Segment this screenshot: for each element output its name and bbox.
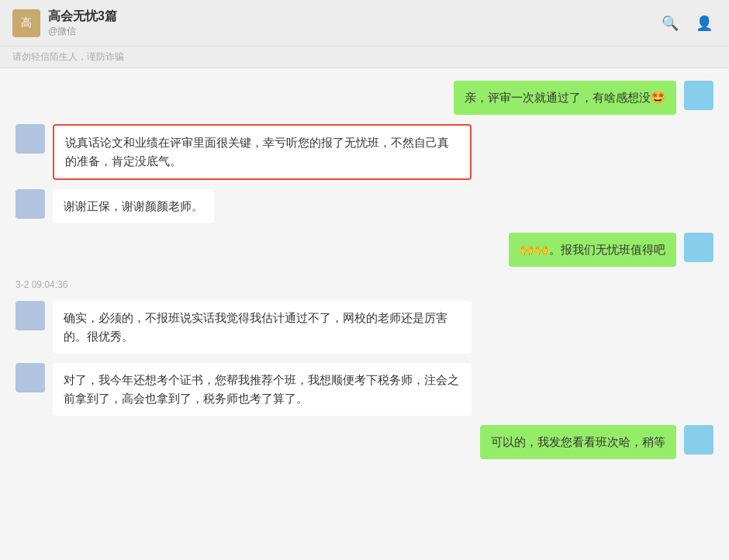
message-row: 说真话论文和业绩在评审里面很关键，幸亏听您的报了无忧班，不然自己真的准备，肯定没… [16, 124, 713, 180]
message-row: 亲，评审一次就通过了，有啥感想没🤩 [16, 81, 713, 115]
message-row: 🙌🙌。报我们无忧班值得吧 [16, 233, 713, 267]
contacts-icon[interactable]: 👤 [692, 11, 717, 36]
message-bubble: 可以的，我发您看看班次哈，稍等 [480, 425, 676, 459]
message-row: 谢谢正保，谢谢颜颜老师。 [16, 189, 713, 223]
avatar [16, 124, 45, 154]
message-bubble-highlighted: 说真话论文和业绩在评审里面很关键，幸亏听您的报了无忧班，不然自己真的准备，肯定没… [53, 124, 472, 180]
message-text: 可以的，我发您看看班次哈，稍等 [491, 435, 665, 448]
avatar [16, 301, 45, 330]
message-text: 确实，必须的，不报班说实话我觉得我估计通过不了，网校的老师还是厉害的。很优秀。 [64, 311, 447, 343]
avatar [684, 425, 713, 455]
avatar [16, 189, 45, 219]
chat-title: 高会无忧3篇 [48, 9, 117, 25]
message-bubble: 亲，评审一次就通过了，有啥感想没🤩 [454, 81, 676, 115]
avatar [684, 233, 713, 262]
chat-area[interactable]: 亲，评审一次就通过了，有啥感想没🤩 说真话论文和业绩在评审里面很关键，幸亏听您的… [0, 68, 729, 560]
header-icons: 🔍 👤 [658, 11, 717, 36]
message-row: 可以的，我发您看看班次哈，稍等 [16, 425, 713, 459]
message-text: 亲，评审一次就通过了，有啥感想没🤩 [465, 91, 665, 104]
message-bubble: 🙌🙌。报我们无忧班值得吧 [509, 233, 676, 267]
header-title-area: 高会无忧3篇 @微信 [48, 9, 117, 38]
message-text: 谢谢正保，谢谢颜颜老师。 [64, 199, 203, 213]
chat-header: 高 高会无忧3篇 @微信 🔍 👤 [0, 0, 729, 47]
timestamp: 3-2 09:04:36 [16, 279, 713, 290]
search-icon[interactable]: 🔍 [658, 11, 682, 36]
message-row: 确实，必须的，不报班说实话我觉得我估计通过不了，网校的老师还是厉害的。很优秀。 [16, 301, 713, 354]
avatar [684, 81, 713, 110]
chat-subtitle: @微信 [48, 25, 117, 38]
message-bubble: 确实，必须的，不报班说实话我觉得我估计通过不了，网校的老师还是厉害的。很优秀。 [53, 301, 472, 354]
avatar [16, 363, 45, 392]
message-row: 对了，我今年还想考个证书，您帮我推荐个班，我想顺便考下税务师，注会之前拿到了，高… [16, 363, 713, 416]
message-text: 说真话论文和业绩在评审里面很关键，幸亏听您的报了无忧班，不然自己真的准备，肯定没… [65, 136, 449, 168]
sub-header: 请勿轻信陌生人，谨防诈骗 [0, 47, 729, 68]
header-avatar: 高 [12, 9, 40, 37]
message-bubble: 对了，我今年还想考个证书，您帮我推荐个班，我想顺便考下税务师，注会之前拿到了，高… [53, 363, 472, 416]
message-text: 对了，我今年还想考个证书，您帮我推荐个班，我想顺便考下税务师，注会之前拿到了，高… [64, 373, 459, 405]
avatar-text: 高 [21, 16, 32, 30]
app-container: 高 高会无忧3篇 @微信 🔍 👤 请勿轻信陌生人，谨防诈骗 亲，评审一次就通过了… [0, 0, 729, 560]
message-bubble: 谢谢正保，谢谢颜颜老师。 [53, 189, 214, 223]
message-text: 🙌🙌。报我们无忧班值得吧 [520, 243, 665, 256]
sub-header-text: 请勿轻信陌生人，谨防诈骗 [12, 50, 124, 64]
